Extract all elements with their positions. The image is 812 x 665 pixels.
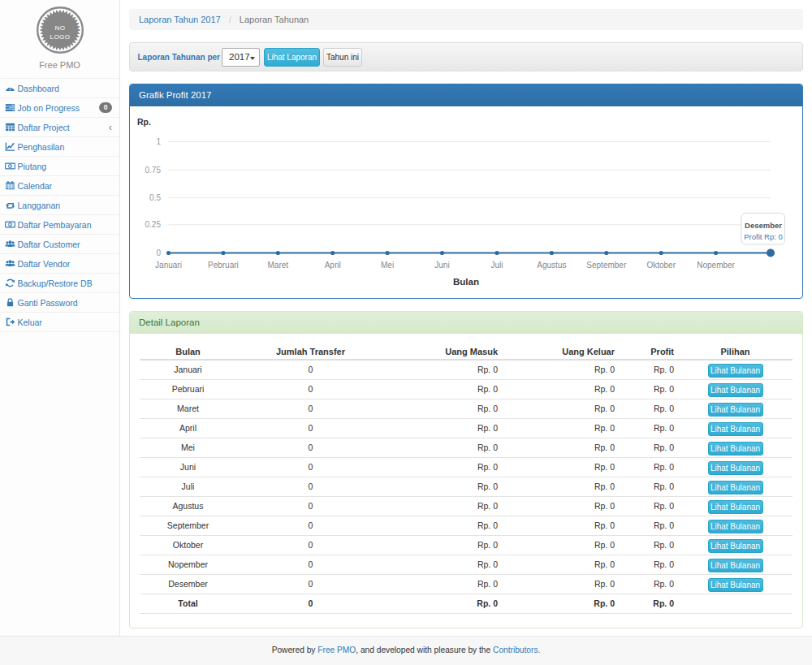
svg-text:Desember: Desember (745, 221, 782, 230)
svg-text:Juni: Juni (434, 261, 449, 270)
svg-text:April: April (325, 261, 341, 270)
svg-text:0.5: 0.5 (149, 193, 161, 202)
svg-text:NO: NO (54, 24, 65, 32)
svg-text:1: 1 (156, 137, 161, 146)
svg-text:Mei: Mei (381, 261, 394, 270)
svg-text:Januari: Januari (155, 261, 182, 270)
svg-text:Pebruari: Pebruari (208, 261, 239, 270)
svg-text:Rp.: Rp. (137, 117, 151, 127)
svg-text:Juli: Juli (490, 261, 503, 270)
svg-text:Nopember: Nopember (697, 261, 735, 270)
svg-text:Oktober: Oktober (646, 261, 676, 270)
svg-text:Bulan: Bulan (453, 277, 479, 287)
svg-text:Agustus: Agustus (537, 261, 566, 270)
svg-text:LOGO: LOGO (50, 33, 70, 41)
svg-text:0: 0 (156, 248, 161, 257)
svg-text:Profit Rp: 0: Profit Rp: 0 (744, 232, 783, 241)
svg-text:0.25: 0.25 (145, 220, 162, 229)
svg-text:Maret: Maret (268, 261, 289, 270)
svg-text:September: September (586, 261, 627, 270)
svg-text:0.75: 0.75 (145, 166, 162, 175)
